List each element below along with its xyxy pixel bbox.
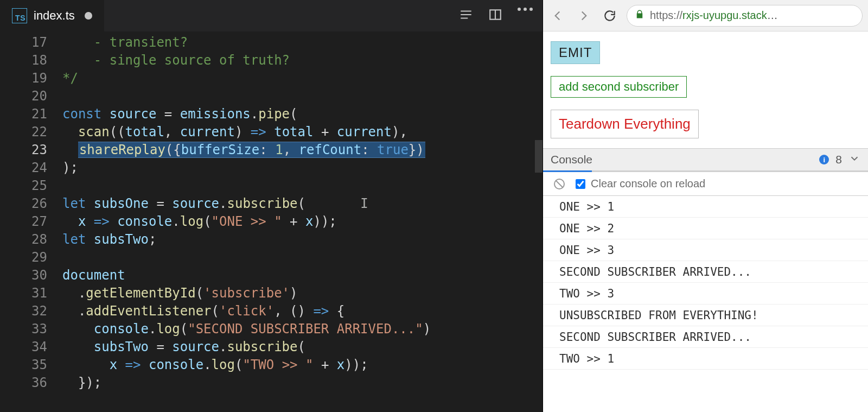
clear-console-icon[interactable] xyxy=(553,178,566,191)
console-entry[interactable]: SECOND SUBSCRIBER ARRIVED... xyxy=(543,326,868,348)
dirty-indicator-icon xyxy=(85,12,92,20)
line-number: 28 xyxy=(0,231,47,249)
clear-on-reload-option[interactable]: Clear console on reload xyxy=(576,178,705,190)
typescript-icon: TS xyxy=(12,8,27,23)
code-line[interactable]: x => console.log("ONE >> " + x)); xyxy=(62,213,542,231)
code-line[interactable]: document xyxy=(62,267,542,284)
reload-button[interactable] xyxy=(601,7,619,25)
line-number: 32 xyxy=(0,302,47,320)
url-bar[interactable]: https://rxjs-uyupgu.stack… xyxy=(627,5,863,27)
code-line[interactable]: */ xyxy=(62,69,542,87)
add-subscriber-button[interactable]: add second subscriber xyxy=(551,76,687,98)
console-entry[interactable]: TWO >> 3 xyxy=(543,283,868,305)
code-line[interactable]: .getElementById('subscribe') xyxy=(62,284,542,302)
console-header[interactable]: Console i 8 xyxy=(543,148,868,172)
line-number: 29 xyxy=(0,249,47,267)
chevron-down-icon[interactable] xyxy=(848,153,860,167)
line-number: 19 xyxy=(0,69,47,87)
console-title: Console xyxy=(551,153,592,166)
editor-tab-actions xyxy=(459,8,533,24)
lines-icon[interactable] xyxy=(459,8,473,24)
line-number: 20 xyxy=(0,87,47,105)
editor-tab-index-ts[interactable]: TS index.ts xyxy=(0,0,104,31)
scrollbar-thumb[interactable] xyxy=(535,140,542,173)
scrollbar[interactable] xyxy=(535,31,542,412)
editor-tab-filename: index.ts xyxy=(34,9,75,23)
browser-navbar: https://rxjs-uyupgu.stack… xyxy=(543,0,868,31)
line-number: 26 xyxy=(0,195,47,213)
info-icon: i xyxy=(819,155,829,164)
console-entry[interactable]: SECOND SUBSCRIBER ARRIVED... xyxy=(543,261,868,283)
code-line[interactable]: let subsOne = source.subscribe( I xyxy=(62,195,542,213)
line-number: 22 xyxy=(0,123,47,141)
console-entry[interactable]: UNSUBSCRIBED FROM EVERYTHING! xyxy=(543,305,868,326)
lock-icon xyxy=(635,9,644,22)
line-number: 35 xyxy=(0,356,47,374)
split-editor-icon[interactable] xyxy=(488,8,502,24)
console-entry[interactable]: TWO >> 1 xyxy=(543,348,868,370)
code-line[interactable]: scan((total, current) => total + current… xyxy=(62,123,542,141)
code-line[interactable]: subsTwo = source.subscribe( xyxy=(62,338,542,356)
console-toolbar: Clear console on reload xyxy=(543,172,868,196)
code-line[interactable]: ); xyxy=(62,159,542,177)
code-line[interactable]: - single source of truth? xyxy=(62,52,542,69)
line-number: 24 xyxy=(0,159,47,177)
browser-preview-pane: https://rxjs-uyupgu.stack… EMIT add seco… xyxy=(542,0,868,412)
line-number: 27 xyxy=(0,213,47,231)
more-actions-icon[interactable] xyxy=(518,8,533,24)
text-cursor-icon: I xyxy=(305,196,368,211)
code-line[interactable]: }); xyxy=(62,374,542,392)
console-log[interactable]: ONE >> 1ONE >> 2ONE >> 3SECOND SUBSCRIBE… xyxy=(543,196,868,412)
code-line[interactable]: - transient? xyxy=(62,34,542,52)
line-number-gutter: 1718192021222324252627282930313233343536 xyxy=(0,31,62,412)
emit-button[interactable]: EMIT xyxy=(551,41,600,64)
code-content[interactable]: - transient? - single source of truth?*/… xyxy=(62,31,542,412)
code-editor-pane: TS index.ts 1718192021222324252627282930… xyxy=(0,0,542,412)
console-entry[interactable]: ONE >> 2 xyxy=(543,218,868,239)
code-line[interactable]: shareReplay({bufferSize: 1, refCount: tr… xyxy=(62,141,542,159)
clear-on-reload-label: Clear console on reload xyxy=(591,178,705,190)
console-entry[interactable]: ONE >> 1 xyxy=(543,196,868,218)
code-line[interactable] xyxy=(62,177,542,195)
code-line[interactable] xyxy=(62,249,542,267)
back-button[interactable] xyxy=(548,7,567,25)
line-number: 18 xyxy=(0,52,47,69)
code-area[interactable]: 1718192021222324252627282930313233343536… xyxy=(0,31,542,412)
line-number: 23 xyxy=(0,141,47,159)
line-number: 36 xyxy=(0,374,47,392)
code-line[interactable]: let subsTwo; xyxy=(62,231,542,249)
forward-button[interactable] xyxy=(575,7,593,25)
line-number: 31 xyxy=(0,284,47,302)
editor-tabbar: TS index.ts xyxy=(0,0,542,31)
line-number: 17 xyxy=(0,34,47,52)
code-line[interactable] xyxy=(62,87,542,105)
line-number: 34 xyxy=(0,338,47,356)
teardown-button[interactable]: Teardown Everything xyxy=(551,110,699,138)
line-number: 25 xyxy=(0,177,47,195)
clear-on-reload-checkbox[interactable] xyxy=(576,179,585,189)
url-text: https://rxjs-uyupgu.stack… xyxy=(650,9,778,22)
line-number: 33 xyxy=(0,320,47,338)
code-line[interactable]: console.log("SECOND SUBSCRIBER ARRIVED..… xyxy=(62,320,542,338)
preview-page: EMIT add second subscriber Teardown Ever… xyxy=(543,31,868,148)
console-entry[interactable]: ONE >> 3 xyxy=(543,239,868,261)
line-number: 30 xyxy=(0,267,47,284)
console-info-count: 8 xyxy=(835,153,842,166)
line-number: 21 xyxy=(0,105,47,123)
code-line[interactable]: .addEventListener('click', () => { xyxy=(62,302,542,320)
code-line[interactable]: const source = emissions.pipe( xyxy=(62,105,542,123)
code-line[interactable]: x => console.log("TWO >> " + x)); xyxy=(62,356,542,374)
